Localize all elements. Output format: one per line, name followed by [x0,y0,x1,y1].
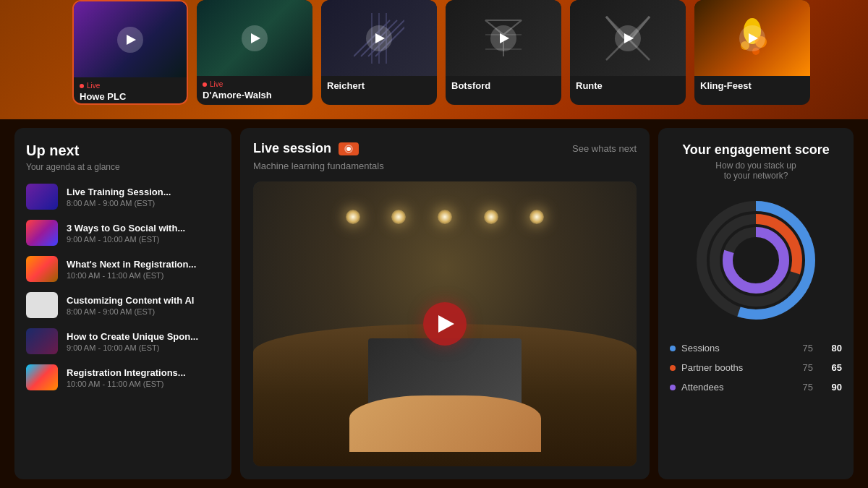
agenda-thumb-4 [26,292,58,318]
agenda-title-3: What's Next in Registration... [67,259,196,270]
video-play-button[interactable] [423,302,467,346]
booth-card-kling-feest[interactable]: Kling-Feest [694,0,810,105]
sessions-label: Sessions [681,343,797,354]
video-player[interactable] [253,181,637,466]
live-badge: Live [80,82,181,90]
light-orb [529,210,544,224]
agenda-thumb-6 [26,364,58,390]
agenda-time-1: 8:00 AM - 9:00 AM (EST) [67,199,171,207]
agenda-item[interactable]: Registration Integrations... 10:00 AM - … [26,364,220,390]
agenda-item[interactable]: How to Create Unique Spon... 9:00 AM - 1… [26,328,220,354]
engagement-donut-svg [691,195,821,325]
up-next-panel: Up next Your agenda at a glance Live Tra… [14,128,231,479]
video-lights [330,210,560,224]
main-section: Up next Your agenda at a glance Live Tra… [0,119,868,488]
up-next-title: Up next [26,142,220,159]
live-label: Live [87,82,100,90]
play-icon[interactable] [117,27,143,53]
attendees-label: Attendees [681,382,797,393]
partner-booths-label: Partner booths [681,362,797,373]
agenda-time-6: 10:00 AM - 11:00 AM (EST) [67,380,186,388]
play-icon[interactable] [739,25,765,51]
agenda-thumb-2 [26,220,58,246]
metric-row-attendees: Attendees 75 90 [670,382,842,393]
booth-card-runte[interactable]: Runte [570,0,686,105]
booth-card-reichert[interactable]: Reichert [321,0,437,105]
company-name: Howe PLC [80,91,181,102]
engagement-subtitle: How do you stack upto your network? [670,160,842,181]
agenda-thumb-3 [26,256,58,282]
metric-row-partner-booths: Partner booths 75 65 [670,362,842,373]
top-booths-section: Live Howe PLC Live D'Amore-Walsh [0,0,868,119]
agenda-time-2: 9:00 AM - 10:00 AM (EST) [67,235,185,244]
attendees-score: 75 [803,382,813,393]
light-orb [438,210,452,224]
agenda-time-4: 8:00 AM - 9:00 AM (EST) [67,307,194,316]
engagement-title: Your engagement score [670,142,842,158]
agenda-time-5: 9:00 AM - 10:00 AM (EST) [67,343,198,352]
live-session-panel: Live session See whats next Machine lear… [240,128,650,479]
see-whats-next-link[interactable]: See whats next [572,143,637,154]
sessions-score: 75 [803,343,813,354]
light-orb [484,210,498,224]
live-session-subtitle: Machine learning fundamentals [253,160,637,171]
live-badge: Live [203,80,307,88]
agenda-title-1: Live Training Session... [67,187,171,197]
live-dot [203,82,207,87]
video-background [253,181,637,466]
video-hands [349,395,541,453]
sessions-value: 80 [822,343,842,354]
agenda-title-5: How to Create Unique Spon... [67,331,198,342]
live-title-row: Live session [253,141,359,156]
metric-row-sessions: Sessions 75 80 [670,343,842,354]
attendees-value: 90 [822,382,842,393]
company-name: D'Amore-Walsh [203,90,307,100]
booth-card-botsford[interactable]: Botsford [446,0,561,105]
play-icon[interactable] [490,25,516,51]
live-header: Live session See whats next [253,141,637,156]
metrics-list: Sessions 75 80 Partner booths 75 65 Atte… [670,343,842,393]
light-orb [391,210,406,224]
engagement-panel: Your engagement score How do you stack u… [658,128,854,479]
company-name: Reichert [327,80,431,91]
play-icon[interactable] [615,25,641,51]
live-session-icon [339,142,359,155]
agenda-title-4: Customizing Content with AI [67,295,194,306]
live-icon-svg [341,144,357,154]
play-icon[interactable] [366,25,392,51]
agenda-item[interactable]: 3 Ways to Go Social with... 9:00 AM - 10… [26,220,220,246]
partner-booths-dot [670,365,676,371]
live-dot [80,84,84,88]
partner-booths-score: 75 [803,362,813,373]
attendees-dot [670,385,676,390]
company-name: Runte [576,80,680,91]
booth-card-damore-walsh[interactable]: Live D'Amore-Walsh [197,0,312,105]
booth-card-howe-plc[interactable]: Live Howe PLC [72,0,188,105]
company-name: Botsford [451,80,556,91]
donut-chart [670,195,842,325]
agenda-item[interactable]: What's Next in Registration... 10:00 AM … [26,256,220,282]
agenda-thumb-1 [26,184,58,210]
svg-point-19 [346,147,351,151]
agenda-item[interactable]: Customizing Content with AI 8:00 AM - 9:… [26,292,220,318]
company-name: Kling-Feest [700,80,804,91]
partner-booths-value: 65 [822,362,842,373]
live-label: Live [210,80,223,88]
sessions-dot [670,346,676,351]
agenda-title-2: 3 Ways to Go Social with... [67,223,185,234]
up-next-subtitle: Your agenda at a glance [26,162,220,172]
light-orb [346,210,360,224]
agenda-time-3: 10:00 AM - 11:00 AM (EST) [67,271,196,280]
agenda-thumb-5 [26,328,58,354]
live-session-label: Live session [253,141,331,156]
agenda-item[interactable]: Live Training Session... 8:00 AM - 9:00 … [26,184,220,210]
play-icon[interactable] [242,25,268,51]
agenda-list: Live Training Session... 8:00 AM - 9:00 … [26,184,220,390]
agenda-title-6: Registration Integrations... [67,367,186,378]
